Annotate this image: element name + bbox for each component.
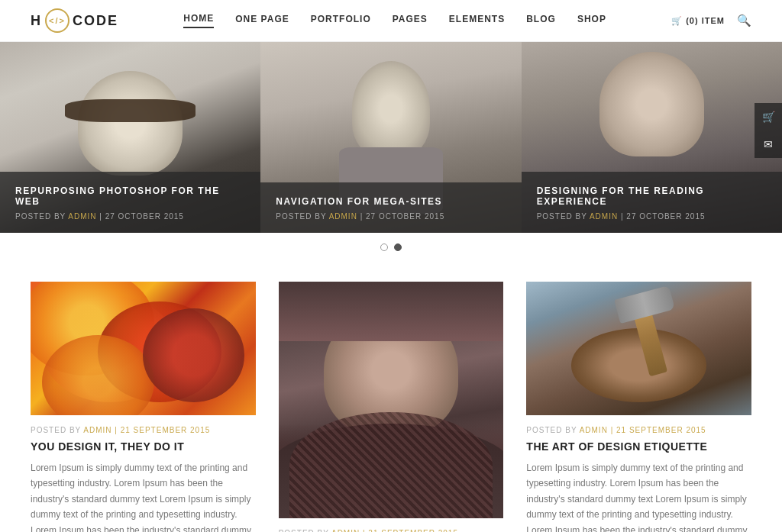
search-button[interactable]: 🔍 xyxy=(737,14,751,27)
cart-button[interactable]: 🛒 (0) ITEM xyxy=(671,16,725,26)
slide-1-meta: POSTED BY ADMIN | 27 OCTOBER 2015 xyxy=(15,212,245,221)
sidebar-cart-icon[interactable]: 🛒 xyxy=(755,103,782,131)
slide-2-meta: POSTED BY ADMIN | 27 OCTOBER 2015 xyxy=(276,212,506,221)
blog-section: POSTED BY ADMIN | 21 SEPTEMBER 2015 YOU … xyxy=(0,259,782,532)
slide-1-title: REPURPOSING PHOTOSHOP FOR THE WEB xyxy=(15,185,245,207)
main-nav: HOME ONE PAGE PORTFOLIO PAGES ELEMENTS B… xyxy=(183,13,606,28)
nav-shop[interactable]: SHOP xyxy=(577,14,606,27)
blog-meta-axe: POSTED BY ADMIN | 21 SEPTEMBER 2015 xyxy=(526,426,751,434)
sidebar-icons: 🛒 ✉ xyxy=(755,103,782,158)
slide-1-overlay: REPURPOSING PHOTOSHOP FOR THE WEB POSTED… xyxy=(0,172,260,233)
slide-3[interactable]: DESIGNING FOR THE READING EXPERIENCE POS… xyxy=(522,42,782,233)
slider-row: REPURPOSING PHOTOSHOP FOR THE WEB POSTED… xyxy=(0,42,782,233)
blog-title-axe[interactable]: THE ART OF DESIGN ETIQUETTE xyxy=(526,440,751,453)
slide-2-title: NAVIGATION FOR MEGA-SITES xyxy=(276,196,506,207)
dot-1[interactable] xyxy=(380,243,388,251)
logo-icon: </> xyxy=(45,8,69,33)
logo-text: CODE xyxy=(73,13,118,29)
blog-card-woman: POSTED BY ADMIN | 21 SEPTEMBER 2015 xyxy=(279,282,504,532)
slider-section: 🛒 ✉ REPURPOSING PHOTOSHOP FOR THE WEB PO… xyxy=(0,42,782,259)
blog-img-woman[interactable] xyxy=(279,282,504,518)
blog-card-axe: POSTED BY ADMIN | 21 SEPTEMBER 2015 THE … xyxy=(526,282,751,532)
slide-2[interactable]: NAVIGATION FOR MEGA-SITES POSTED BY ADMI… xyxy=(260,42,521,233)
blog-meta-woman: POSTED BY ADMIN | 21 SEPTEMBER 2015 xyxy=(279,529,504,532)
slide-2-overlay: NAVIGATION FOR MEGA-SITES POSTED BY ADMI… xyxy=(260,182,521,233)
slider-dots xyxy=(0,233,782,259)
nav-elements[interactable]: ELEMENTS xyxy=(449,14,505,27)
blog-text-fruits: Lorem Ipsum is simply dummy text of the … xyxy=(31,460,256,532)
nav-pages[interactable]: PAGES xyxy=(393,14,428,27)
nav-home[interactable]: HOME xyxy=(183,13,214,28)
slide-1[interactable]: REPURPOSING PHOTOSHOP FOR THE WEB POSTED… xyxy=(0,42,260,233)
blog-img-fruits[interactable] xyxy=(31,282,256,415)
header: H </> CODE HOME ONE PAGE PORTFOLIO PAGES… xyxy=(0,0,782,42)
slide-3-overlay: DESIGNING FOR THE READING EXPERIENCE POS… xyxy=(522,172,782,233)
blog-grid: POSTED BY ADMIN | 21 SEPTEMBER 2015 YOU … xyxy=(31,282,751,532)
blog-title-fruits[interactable]: YOU DESIGN IT, THEY DO IT xyxy=(31,440,256,453)
slide-3-title: DESIGNING FOR THE READING EXPERIENCE xyxy=(537,185,767,207)
sidebar-mail-icon[interactable]: ✉ xyxy=(755,131,782,158)
slide-3-meta: POSTED BY ADMIN | 27 OCTOBER 2015 xyxy=(537,212,767,221)
nav-portfolio[interactable]: PORTFOLIO xyxy=(311,14,371,27)
blog-img-axe[interactable] xyxy=(526,282,751,415)
blog-card-fruits: POSTED BY ADMIN | 21 SEPTEMBER 2015 YOU … xyxy=(31,282,256,532)
logo[interactable]: H </> CODE xyxy=(31,8,118,33)
blog-text-axe: Lorem Ipsum is simply dummy text of the … xyxy=(526,460,751,532)
nav-one-page[interactable]: ONE PAGE xyxy=(235,14,289,27)
nav-blog[interactable]: BLOG xyxy=(526,14,556,27)
dot-2[interactable] xyxy=(394,243,402,251)
nav-right: 🛒 (0) ITEM 🔍 xyxy=(671,14,751,27)
blog-meta-fruits: POSTED BY ADMIN | 21 SEPTEMBER 2015 xyxy=(31,426,256,434)
